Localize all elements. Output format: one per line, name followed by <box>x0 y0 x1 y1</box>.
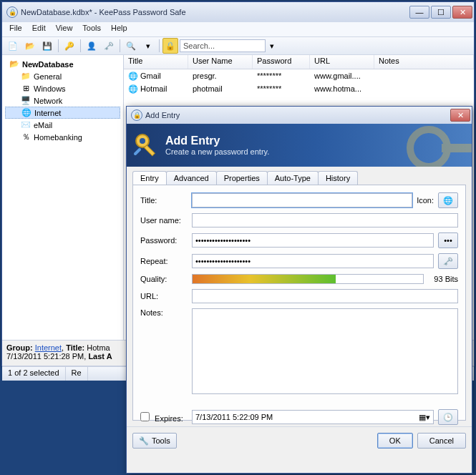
col-url[interactable]: URL <box>310 55 374 69</box>
search-dropdown-icon[interactable]: ▾ <box>270 41 274 51</box>
open-file-icon[interactable]: 📂 <box>22 38 38 54</box>
tree-item-general[interactable]: 📁General <box>5 70 120 82</box>
tools-button-label: Tools <box>152 436 170 445</box>
username-input[interactable] <box>192 213 458 227</box>
cell-pass: ******** <box>253 84 310 93</box>
user-copy-icon[interactable]: 👤 <box>84 38 99 54</box>
tree-item-label: Windows <box>34 84 66 93</box>
calendar-dropdown-icon[interactable]: ▦▾ <box>419 413 430 422</box>
tools-button[interactable]: 🔧 Tools <box>132 433 177 449</box>
key-icon <box>132 131 161 160</box>
tab-autotype[interactable]: Auto-Type <box>267 171 319 185</box>
tree-item-windows[interactable]: ⊞Windows <box>5 82 120 94</box>
cancel-button[interactable]: Cancel <box>417 433 466 449</box>
lock-icon[interactable]: 🔒 <box>162 38 178 54</box>
tree-root[interactable]: 📂 NewDatabase <box>5 58 120 70</box>
notes-input[interactable] <box>192 308 458 394</box>
tree-item-internet[interactable]: 🌐Internet <box>5 107 120 119</box>
tab-properties[interactable]: Properties <box>216 171 268 185</box>
menu-file[interactable]: File <box>9 24 22 35</box>
key-copy-icon[interactable]: 🗝️ <box>101 38 117 54</box>
tree-item-email[interactable]: ✉️eMail <box>5 119 120 131</box>
dialog-banner: Add Entry Create a new password entry. <box>127 124 472 167</box>
save-icon[interactable]: 💾 <box>39 38 55 54</box>
minimize-button[interactable]: — <box>409 6 429 19</box>
icon-picker-button[interactable]: 🌐 <box>438 192 458 208</box>
tree-item-label: Network <box>34 97 62 105</box>
dialog-footer: 🔧 Tools OK Cancel <box>127 426 472 454</box>
window-title: NewDatabase.kdbx* - KeePass Password Saf… <box>21 8 186 16</box>
menu-tools[interactable]: Tools <box>82 24 101 35</box>
notes-label: Notes: <box>140 308 188 317</box>
menu-edit[interactable]: Edit <box>32 24 46 35</box>
detail-title-label: Title: <box>66 343 84 352</box>
tab-entry[interactable]: Entry <box>132 171 167 185</box>
search-placeholder: Search... <box>183 41 215 50</box>
search-input[interactable]: Search... <box>180 39 266 52</box>
svg-rect-2 <box>144 145 155 156</box>
col-notes[interactable]: Notes <box>374 55 474 69</box>
tree-root-label: NewDatabase <box>22 60 74 69</box>
key-decor-icon <box>400 124 472 167</box>
list-header: Title User Name Password URL Notes <box>124 55 474 69</box>
tab-history[interactable]: History <box>318 171 358 185</box>
detail-group-label: Group: <box>6 343 33 352</box>
col-title[interactable]: Title <box>124 55 188 69</box>
close-button[interactable]: ✕ <box>452 6 472 19</box>
list-row[interactable]: 🌐 Hotmail photmail ******** www.hotma... <box>124 82 474 95</box>
dialog-close-button[interactable]: ✕ <box>450 109 470 122</box>
search-icon[interactable]: 🔍 <box>123 38 139 54</box>
expires-checkbox[interactable] <box>140 412 150 421</box>
tree-item-network[interactable]: 🖥️Network <box>5 94 120 107</box>
ok-button[interactable]: OK <box>377 433 413 449</box>
titlebar: 🔒 NewDatabase.kdbx* - KeePass Password S… <box>2 2 474 22</box>
group-tree: 📂 NewDatabase 📁General ⊞Windows 🖥️Networ… <box>2 55 124 340</box>
col-pass[interactable]: Password <box>253 55 310 69</box>
tab-advanced[interactable]: Advanced <box>166 171 217 185</box>
dialog-tabs: Entry Advanced Properties Auto-Type Hist… <box>127 167 472 185</box>
list-row[interactable]: 🌐 Gmail presgr. ******** www.gmail.... <box>124 69 474 82</box>
url-label: URL: <box>140 292 188 300</box>
dialog-icon: 🔒 <box>131 109 142 121</box>
add-entry-dialog: 🔒 Add Entry ✕ Add Entry Create a new pas… <box>126 106 472 474</box>
cell-url: www.gmail.... <box>310 72 374 80</box>
toolbar: 📄 📂 💾 🔑 👤 🗝️ 🔍 ▾ 🔒 Search... ▾ <box>2 36 474 55</box>
detail-time: 7/13/2011 5:21:28 PM <box>6 352 84 361</box>
globe-icon: 🌐 <box>128 72 138 80</box>
detail-last: Last A <box>88 352 112 361</box>
password-label: Password: <box>140 236 188 245</box>
dialog-title: Add Entry <box>145 111 180 119</box>
detail-group-link[interactable]: Internet <box>35 343 62 352</box>
cell-user: photmail <box>188 84 253 93</box>
repeat-input[interactable] <box>192 254 434 268</box>
entry-form: Title: Icon: 🌐 User name: Password: ••• … <box>132 185 466 421</box>
find-dropdown-icon[interactable]: ▾ <box>140 38 156 54</box>
cell-url: www.hotma... <box>310 84 374 93</box>
expires-preset-button[interactable]: 🕒 <box>438 409 458 425</box>
menu-help[interactable]: Help <box>111 24 127 35</box>
menu-view[interactable]: View <box>56 24 73 35</box>
new-file-icon[interactable]: 📄 <box>5 38 21 54</box>
add-entry-icon[interactable]: 🔑 <box>62 38 77 54</box>
url-input[interactable] <box>192 289 458 303</box>
reveal-password-button[interactable]: ••• <box>438 232 458 248</box>
maximize-button[interactable]: ☐ <box>431 6 451 19</box>
banner-subtitle: Create a new password entry. <box>165 147 269 156</box>
quality-bar <box>192 274 424 284</box>
folder-open-icon: 📂 <box>9 59 19 69</box>
app-icon: 🔒 <box>6 6 18 18</box>
expires-field[interactable]: 7/13/2011 5:22:09 PM ▦▾ <box>192 410 434 424</box>
globe-icon: 🌐 <box>128 84 138 93</box>
generate-password-button[interactable]: 🗝️ <box>438 253 458 269</box>
status-selection: 1 of 2 selected <box>2 367 66 381</box>
title-label: Title: <box>140 196 188 205</box>
password-input[interactable] <box>192 233 434 248</box>
mail-icon: ✉️ <box>21 120 31 130</box>
detail-title-value: Hotma <box>87 343 110 352</box>
cell-title: Hotmail <box>140 84 167 93</box>
title-input[interactable] <box>192 193 412 207</box>
tree-item-homebanking[interactable]: ％Homebanking <box>5 131 120 143</box>
wrench-icon: 🔧 <box>139 436 149 446</box>
svg-point-1 <box>140 138 145 144</box>
col-user[interactable]: User Name <box>188 55 253 69</box>
